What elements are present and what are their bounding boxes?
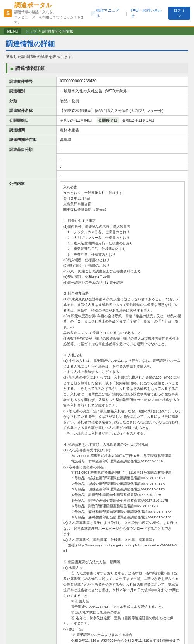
table-row: 調達機関 農林水産省 bbox=[6, 126, 188, 135]
bunrui-row: 調達品目分類 . bbox=[6, 145, 188, 154]
header: S 調達ポータル 調達情報の確認・入札を、 コンピューターを利用して行うことがで… bbox=[0, 0, 194, 27]
bunrui-value-1: . bbox=[57, 145, 188, 154]
table-row: 調達機関所在地 群馬県 bbox=[6, 135, 188, 145]
tagline-1: 調達情報の確認・入札を、 bbox=[14, 10, 91, 15]
close-date: 令和02年11月24日 bbox=[122, 118, 154, 122]
manual-icon: 📄 bbox=[91, 11, 95, 16]
breadcrumb-current: 調達情報公開情報 bbox=[42, 29, 73, 34]
logo-area: S 調達ポータル 調達情報の確認・入札を、 コンピューターを利用して行うことがで… bbox=[4, 2, 91, 25]
field-label: 調達案件名称 bbox=[6, 106, 57, 116]
pub-content-text: 入札公告 次のとおり、一般競争入札に付けます。 令和２年11月4日 支出負行為担… bbox=[60, 181, 185, 644]
field-label: 公開開始日 bbox=[6, 116, 57, 126]
pub-content-row: 公告内容 入札公告 次のとおり、一般競争入札に付けます。 令和２年11月4日 支… bbox=[6, 179, 188, 644]
field-value: 物品・役員 bbox=[57, 96, 188, 106]
logo-text: 調達ポータル bbox=[14, 2, 91, 10]
main-content: 調達情報の詳細 選択した調達情報の詳細を表示します。 ■ 調達情報詳細 調達案件… bbox=[0, 35, 194, 644]
field-label: 調達機関 bbox=[6, 126, 57, 135]
field-value: 【関東森林管理局】物品の購入２号物件(大判プリンター外) bbox=[57, 106, 188, 116]
field-value: 群馬県 bbox=[57, 135, 188, 145]
login-button[interactable]: ログイン bbox=[168, 7, 190, 20]
page-title: 調達情報の詳細 bbox=[6, 39, 188, 51]
table-row: 調達案件番号 00000000000233430 bbox=[6, 77, 188, 87]
section-title: ■ 調達情報詳細 bbox=[6, 63, 188, 73]
bunrui-value-3: . bbox=[57, 162, 188, 171]
field-label: 調達案件番号 bbox=[6, 77, 57, 87]
field-value: 00000000000233430 bbox=[57, 77, 188, 87]
table-row: 調達案件名称 【関東森林管理局】物品の購入２号物件(大判プリンター外) bbox=[6, 106, 188, 116]
page-desc: 選択した調達情報の詳細を表示します。 bbox=[6, 54, 188, 59]
field-label: 調達種別 bbox=[6, 87, 57, 96]
field-value: 令和02年11月04日 公開終了日 令和02年11月24日 bbox=[57, 116, 188, 126]
topnav: MENU トップ > 調達情報公開情報 bbox=[0, 27, 194, 35]
table-row: 分類 物品・役員 bbox=[6, 96, 188, 106]
breadcrumb: トップ > 調達情報公開情報 bbox=[25, 29, 73, 34]
faq-link[interactable]: FAQ・お問い合わせ bbox=[131, 8, 166, 19]
pub-content-label: 公告内容 bbox=[6, 179, 57, 644]
date-row: 公開開始日 令和02年11月04日 公開終了日 令和02年11月24日 bbox=[6, 116, 188, 126]
pub-content-value: 入札公告 次のとおり、一般競争入札に付けます。 令和２年11月4日 支出負行為担… bbox=[57, 179, 188, 644]
close-date-label: 公開終了日 bbox=[97, 117, 119, 123]
table-row: 調達種別 一般競争入札の入札公告（WTO対象外） bbox=[6, 87, 188, 96]
logo-icon: S bbox=[4, 9, 12, 17]
bunrui-value-4: . bbox=[57, 171, 188, 179]
header-nav: 📄 操作マニュアル | FAQ・お問い合わせ ログイン bbox=[91, 7, 190, 20]
bunrui-value-2: . bbox=[57, 154, 188, 162]
detail-table: 調達案件番号 00000000000233430 調達種別 一般競争入札の入札公… bbox=[6, 77, 188, 644]
field-value: 一般競争入札の入札公告（WTO対象外） bbox=[57, 87, 188, 96]
bunrui-label: 調達品目分類 bbox=[6, 145, 57, 179]
open-date: 令和02年11月04日 bbox=[60, 118, 92, 122]
field-label: 調達機関所在地 bbox=[6, 135, 57, 145]
breadcrumb-top[interactable]: トップ bbox=[25, 29, 37, 34]
menu-button[interactable]: MENU bbox=[4, 28, 21, 34]
tagline-2: コンピューターを利用して行うことができます。 bbox=[14, 15, 91, 25]
section-icon: ■ bbox=[10, 66, 14, 72]
manual-link[interactable]: 📄 操作マニュアル bbox=[91, 8, 123, 19]
field-value: 農林水産省 bbox=[57, 126, 188, 135]
field-label: 分類 bbox=[6, 96, 57, 106]
